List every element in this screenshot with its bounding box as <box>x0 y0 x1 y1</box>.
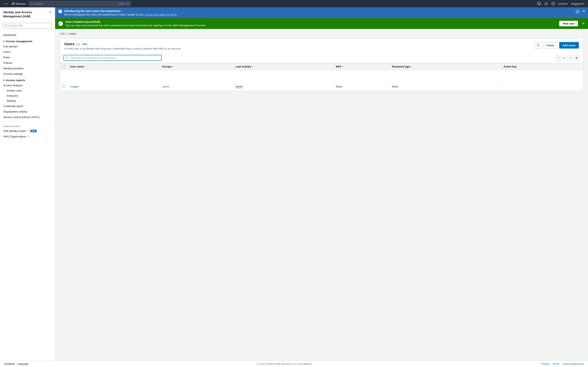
cloudshell-button[interactable] <box>536 1 542 7</box>
info-banner-title: Introducing the new Users list experienc… <box>64 9 585 13</box>
svg-rect-2 <box>12 3 15 3</box>
users-table-section: Users (2) Info An IAM user is an identit… <box>60 39 583 91</box>
sidebar-search-input[interactable] <box>9 24 50 27</box>
success-banner-text: User created successfully You can view a… <box>65 20 557 27</box>
prev-page-button[interactable] <box>556 55 562 61</box>
sidebar-item-credential-report[interactable]: Credential report <box>0 103 55 109</box>
view-user-button[interactable]: View user <box>559 21 578 26</box>
sidebar-item-roles[interactable]: Roles <box>0 55 55 60</box>
row-select-cell <box>60 82 68 91</box>
footer: Feedback Language © 2023, Amazon Web Ser… <box>0 361 588 367</box>
breadcrumb-iam-link[interactable]: IAM <box>60 32 65 35</box>
sidebar-search-section <box>0 21 55 31</box>
password-age-header[interactable]: Password age ▾ <box>389 63 501 70</box>
delete-button[interactable]: Delete <box>543 42 558 49</box>
global-search-input[interactable] <box>35 2 117 5</box>
sidebar-dashboard-label: Dashboard <box>3 33 16 36</box>
table-actions: Delete Add users <box>535 42 579 49</box>
row-checkbox[interactable] <box>62 85 65 88</box>
table-header: Users (2) Info An IAM user is an identit… <box>60 39 583 53</box>
table-settings-button[interactable] <box>574 55 580 61</box>
user-label: MaggieW <box>571 2 582 5</box>
info-banner-body: We've redesigned the Users list experien… <box>64 13 585 16</box>
mfa-header[interactable]: MFA ▾ <box>333 63 389 70</box>
success-banner-close[interactable]: ✕ <box>582 22 585 25</box>
sidebar-item-access-analyzer[interactable]: Access analyzer <box>0 83 55 88</box>
sidebar-section-access-management[interactable]: ▾ Access management <box>0 38 55 44</box>
row-password-age-cell: None <box>389 82 501 91</box>
top-navigation: aws Services [Option+S] <box>0 0 588 7</box>
groups-sort-icon: ▾ <box>173 66 173 68</box>
table-info-link[interactable]: Info <box>82 43 87 46</box>
username-header[interactable]: User name ▾ <box>68 63 160 70</box>
sidebar-item-organization-activity[interactable]: Organization activity <box>0 109 55 114</box>
footer-left: Feedback Language <box>4 363 28 365</box>
info-banner-help-icon[interactable]: i <box>575 9 580 14</box>
sidebar-item-account-settings[interactable]: Account settings <box>0 71 55 77</box>
username-sort-icon: ▾ <box>84 66 85 68</box>
group-link-admin[interactable]: admin <box>162 85 169 88</box>
row-groups-cell: admin <box>160 82 233 91</box>
aws-logo[interactable]: aws <box>2 1 9 6</box>
select-all-checkbox[interactable] <box>62 65 65 68</box>
mfa-sort-icon: ▾ <box>342 66 343 68</box>
users-search-input[interactable] <box>70 56 159 59</box>
user-menu-button[interactable]: MaggieW ▾ <box>570 2 586 6</box>
search-shortcut: [Option+S] <box>118 2 129 5</box>
sidebar-item-user-groups[interactable]: User groups <box>0 44 55 49</box>
table-empty-row <box>60 70 583 82</box>
breadcrumb-separator: ❯ <box>66 33 68 35</box>
last-activity-sort-icon: ▾ <box>252 66 253 68</box>
password-age-sort-icon: ▾ <box>411 66 412 68</box>
sidebar-item-iam-identity-center[interactable]: IAM Identity Center ↗ New <box>0 128 55 134</box>
region-chevron-icon: ▾ <box>566 2 568 5</box>
services-menu-button[interactable]: Services <box>11 2 27 6</box>
row-mfa-cell: None <box>333 82 389 91</box>
sidebar-item-identity-providers[interactable]: Identity providers <box>0 66 55 71</box>
footer-terms-link[interactable]: Terms <box>553 363 559 365</box>
sidebar-section-access-reports[interactable]: ▾ Access reports <box>0 77 55 83</box>
add-users-button[interactable]: Add users <box>559 42 579 49</box>
active-key-header[interactable]: Active key <box>501 63 583 70</box>
sidebar-sub-analyzers[interactable]: Analyzers <box>0 93 55 98</box>
svg-rect-0 <box>2 1 9 6</box>
footer-language-link[interactable]: Language <box>17 363 28 365</box>
last-activity-header[interactable]: Last activity ▾ <box>233 63 333 70</box>
notifications-button[interactable] <box>543 1 549 7</box>
footer-cookie-link[interactable]: Cookie preferences <box>563 363 584 365</box>
footer-feedback-link[interactable]: Feedback <box>4 363 15 365</box>
next-page-button[interactable] <box>567 55 573 61</box>
user-link-maggie[interactable]: maggie <box>70 85 79 88</box>
sidebar-header: Identity and AccessManagement (IAM) ✕ <box>0 7 55 21</box>
sidebar-item-dashboard[interactable]: Dashboard <box>0 32 55 38</box>
info-banner-link[interactable]: Let us know what you think <box>145 13 177 16</box>
select-all-header <box>60 63 68 70</box>
sidebar-item-users[interactable]: Users <box>0 49 55 55</box>
region-selector[interactable]: Global ▾ <box>557 2 569 6</box>
sidebar-sub-settings[interactable]: Settings <box>0 98 55 103</box>
access-reports-section-label: Access reports <box>6 79 25 82</box>
services-label: Services <box>16 2 26 5</box>
content-area: i Introducing the new Users list experie… <box>55 7 588 361</box>
sidebar-item-service-control-policies[interactable]: Service control policies (SCPs) <box>0 114 55 120</box>
svg-point-11 <box>576 58 577 58</box>
sidebar-item-policies[interactable]: Policies <box>0 60 55 66</box>
success-banner-icon: ✓ <box>58 21 63 26</box>
page-number: 1 <box>563 56 566 59</box>
users-table: User name ▾ Groups ▾ <box>60 63 583 91</box>
sidebar-search-bar[interactable] <box>3 23 52 28</box>
sidebar-sub-archive-rules[interactable]: Archive rules <box>0 88 55 93</box>
external-link-icon-orgs: ↗ <box>27 135 29 138</box>
help-button[interactable]: ? <box>550 1 556 7</box>
sidebar-item-aws-organizations[interactable]: AWS Organizations ↗ <box>0 134 55 139</box>
info-banner-close[interactable]: ✕ <box>582 9 585 13</box>
groups-header[interactable]: Groups ▾ <box>160 63 233 70</box>
breadcrumb-current: Users <box>69 32 76 35</box>
footer-privacy-link[interactable]: Privacy <box>541 363 549 365</box>
global-search-bar[interactable]: [Option+S] <box>29 1 131 6</box>
refresh-button[interactable] <box>535 42 541 49</box>
users-search-bar[interactable] <box>63 55 162 61</box>
row-last-activity-cell: Never <box>233 82 333 91</box>
mfa-value: None <box>336 85 342 88</box>
sidebar-close-button[interactable]: ✕ <box>49 11 52 14</box>
